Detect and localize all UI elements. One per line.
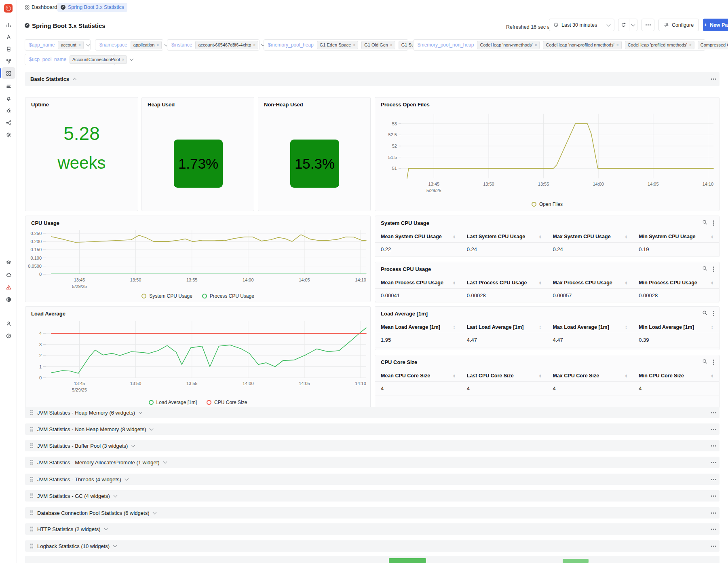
section-menu-icon[interactable] [713,495,714,497]
drag-handle-icon[interactable] [30,410,33,415]
column-header[interactable]: Mean Process CPU Usage [381,280,443,286]
remove-tag-icon[interactable]: × [353,43,355,47]
filter-tag[interactable]: Compressed Class Space× [698,41,728,49]
section-menu-icon[interactable] [713,529,714,530]
column-header[interactable]: Mean Load Average [1m] [381,324,440,330]
configure-button[interactable]: Configure [658,19,699,31]
remove-tag-icon[interactable]: × [390,43,392,47]
section-menu-icon[interactable] [713,479,714,480]
column-header[interactable]: Mean CPU Core Size [381,373,430,379]
compass-icon[interactable] [5,33,12,40]
filter-tag[interactable]: AccountConnectionPool× [70,55,127,64]
sort-icon[interactable]: ▲▼ [539,374,541,378]
section-jvm-buffer-pool[interactable]: JVM Statistics - Buffer Pool (3 widgets) [25,440,720,451]
legend-item[interactable]: System CPU Usage [141,293,192,299]
sort-icon[interactable]: ▲▼ [711,374,713,378]
sort-icon[interactable]: ▲▼ [539,281,541,285]
column-header[interactable]: Last CPU Core Size [467,373,514,379]
column-header[interactable]: Last Process CPU Usage [467,280,527,286]
filter-label[interactable]: $memory_pool_heap [268,42,314,48]
more-actions-button[interactable] [641,19,654,31]
column-header[interactable]: Last Load Average [1m] [467,324,524,330]
section-basic-statistics[interactable]: Basic Statistics [25,72,720,86]
section-menu-icon[interactable] [713,512,714,514]
logbook-icon[interactable] [5,45,12,53]
section-jvm-memory-allocate[interactable]: JVM Statistics - Memory Allocate/Promote… [25,457,720,468]
breadcrumb[interactable]: Dashboard / [32,4,60,10]
sort-icon[interactable]: ▲▼ [711,325,713,329]
chevron-down-icon[interactable] [130,57,134,61]
new-panel-button[interactable]: + New Panel [703,19,728,31]
filter-tag[interactable]: application× [131,41,162,49]
app-logo-icon[interactable] [4,4,13,13]
bar-chart-icon[interactable] [5,21,12,28]
sort-icon[interactable]: ▲▼ [711,235,713,239]
search-icon[interactable] [702,358,707,366]
chevron-down-icon[interactable] [113,493,117,497]
sort-icon[interactable]: ▲▼ [453,374,455,378]
section-menu-icon[interactable] [713,445,714,447]
section-jvm-threads[interactable]: JVM Statistics - Threads (4 widgets) [25,474,720,485]
user-icon[interactable] [5,320,12,327]
column-header[interactable]: Max Process CPU Usage [553,280,612,286]
remove-tag-icon[interactable]: × [78,43,81,47]
chevron-up-icon[interactable] [73,78,77,82]
chevron-down-icon[interactable] [139,410,143,414]
legend-item[interactable]: Open Files [532,201,563,207]
sort-icon[interactable]: ▲▼ [625,281,627,285]
section-menu-icon[interactable] [713,78,714,80]
chevron-down-icon[interactable] [153,510,157,514]
kebab-menu-icon[interactable] [713,269,714,270]
flow-icon[interactable] [5,119,12,126]
refresh-split-button[interactable] [618,19,637,31]
section-jvm-heap-memory[interactable]: JVM Statistics - Heap Memory (6 widgets) [25,407,720,418]
section-logback-statistics[interactable]: Logback Statistics (10 widgets) [25,540,720,552]
drag-handle-icon[interactable] [30,510,33,515]
column-header[interactable]: Max CPU Core Size [553,373,599,379]
sort-icon[interactable]: ▲▼ [453,325,455,329]
column-header[interactable]: Min Process CPU Usage [639,280,697,286]
list-icon[interactable] [5,83,12,90]
remove-tag-icon[interactable]: × [535,43,537,47]
time-range-select[interactable]: Last 30 minutes [549,19,614,31]
chevron-down-icon[interactable] [86,42,90,47]
sort-icon[interactable]: ▲▼ [711,281,713,285]
filter-label[interactable]: $instance [171,42,192,48]
filter-tag[interactable]: account-665467d8f6-4xhtp× [195,41,258,49]
alert-triangle-icon[interactable] [5,284,12,291]
section-menu-icon[interactable] [713,412,714,413]
section-http-statistics[interactable]: HTTP Statistics (2 widgets) [25,523,720,535]
sort-icon[interactable]: ▲▼ [625,374,627,378]
column-header[interactable]: Max Load Average [1m] [553,324,609,330]
chevron-down-icon[interactable] [124,477,129,481]
drag-handle-icon[interactable] [30,493,33,498]
drag-handle-icon[interactable] [30,544,33,548]
column-header[interactable]: Max System CPU Usage [553,234,611,239]
column-header[interactable]: Mean System CPU Usage [381,234,442,239]
kebab-menu-icon[interactable] [713,362,714,363]
breadcrumb-current-chip[interactable]: Spring Boot 3.x Statistics [57,3,127,12]
section-jvm-non-heap-memory[interactable]: JVM Statistics - Non Heap Memory (8 widg… [25,423,720,435]
chevron-down-icon[interactable] [150,427,154,431]
chevron-down-icon[interactable] [163,460,167,464]
filter-tag[interactable]: account× [58,41,83,49]
drag-handle-icon[interactable] [30,427,33,432]
bell-icon[interactable] [5,95,12,102]
drag-handle-icon[interactable] [30,460,33,465]
column-header[interactable]: Last System CPU Usage [467,234,525,239]
sort-icon[interactable]: ▲▼ [625,235,627,239]
filter-tag[interactable]: CodeHeap 'profiled nmethods'× [625,41,694,49]
drag-handle-icon[interactable] [30,477,33,482]
section-jvm-gc[interactable]: JVM Statistics - GC (4 widgets) [25,490,720,502]
remove-tag-icon[interactable]: × [689,43,692,47]
refresh-options-caret[interactable] [629,24,637,26]
chevron-down-icon[interactable] [131,443,135,447]
section-menu-icon[interactable] [713,429,714,430]
dashboard-grid-icon[interactable] [5,70,12,77]
bug-icon[interactable] [5,107,12,114]
layers-icon[interactable] [5,259,12,266]
sort-icon[interactable]: ▲▼ [539,325,541,329]
remove-tag-icon[interactable]: × [253,43,255,47]
search-icon[interactable] [702,310,707,317]
column-header[interactable]: Min Load Average [1m] [639,324,694,330]
